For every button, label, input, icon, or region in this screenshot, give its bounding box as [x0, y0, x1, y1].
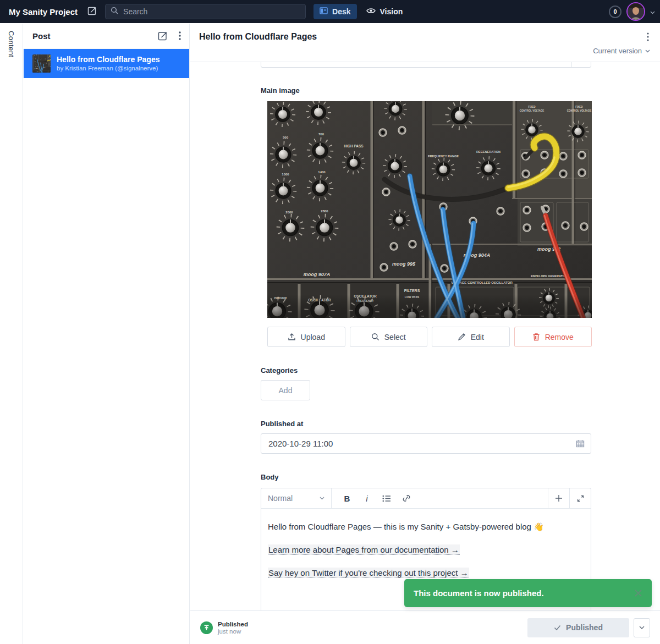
footer-actions: Published: [527, 618, 650, 637]
version-label: Current version: [593, 47, 642, 55]
trash-icon: [532, 333, 540, 341]
sanity-studio-app: My Sanity Project Desk Vision 0: [0, 0, 660, 644]
post-item-text: Hello from Cloudflare Pages by Kristian …: [57, 55, 160, 72]
image-actions: Upload Select Edit Remove: [267, 327, 592, 347]
svg-text:FIXED: FIXED: [575, 106, 583, 108]
style-select[interactable]: Normal: [261, 488, 332, 508]
publish-status-icon: [200, 621, 213, 634]
add-category-button[interactable]: Add: [261, 380, 310, 400]
top-bar: My Sanity Project Desk Vision 0: [0, 0, 660, 23]
remove-button[interactable]: Remove: [514, 327, 592, 347]
format-buttons: B i: [332, 488, 416, 508]
close-icon[interactable]: [634, 589, 642, 597]
new-document-button[interactable]: [87, 6, 97, 18]
bullet-list-button[interactable]: [377, 488, 397, 508]
insert-block-button[interactable]: [548, 488, 569, 508]
svg-text:CONTROL VOLTAGE: CONTROL VOLTAGE: [567, 109, 592, 112]
style-select-value: Normal: [268, 494, 320, 503]
create-post-button[interactable]: [158, 31, 168, 41]
plus-icon: [555, 494, 563, 502]
remove-label: Remove: [545, 333, 574, 342]
post-item-title: Hello from Cloudflare Pages: [57, 55, 160, 64]
svg-text:500: 500: [283, 136, 289, 139]
main-image-label: Main image: [261, 86, 591, 95]
document-menu-button[interactable]: [644, 31, 652, 42]
search-bar[interactable]: [105, 4, 306, 19]
tab-desk[interactable]: Desk: [314, 4, 356, 19]
svg-text:moog 995: moog 995: [392, 261, 416, 267]
pane-header: Post: [24, 24, 189, 48]
document-editor-pane: Hello from Cloudflare Pages Current vers…: [190, 24, 660, 644]
body-label: Body: [261, 473, 591, 481]
svg-text:CONTROL VOLTAGE: CONTROL VOLTAGE: [520, 109, 544, 112]
bold-button[interactable]: B: [337, 488, 357, 508]
svg-text:2000: 2000: [285, 211, 293, 214]
version-selector[interactable]: Current version: [190, 42, 660, 62]
body-link-docs[interactable]: Learn more about Pages from our document…: [268, 544, 460, 555]
post-item-subtitle: by Kristian Freeman (@signalnerve): [57, 64, 160, 72]
svg-text:HIGH PASS: HIGH PASS: [344, 144, 364, 148]
tab-content[interactable]: Content: [7, 31, 15, 644]
published-at-label: Published at: [261, 420, 591, 428]
check-icon: [554, 625, 561, 631]
eye-icon: [366, 7, 376, 16]
edit-button[interactable]: Edit: [432, 327, 510, 347]
upload-icon: [288, 333, 296, 341]
compose-icon: [87, 6, 97, 18]
published-at-input[interactable]: [267, 438, 576, 449]
post-thumbnail: [32, 54, 51, 73]
list-item-post[interactable]: Hello from Cloudflare Pages by Kristian …: [24, 49, 189, 78]
svg-text:2800: 2800: [321, 210, 328, 213]
expand-icon: [577, 495, 584, 502]
document-form: Main image: [190, 62, 660, 610]
add-label: Add: [279, 386, 293, 395]
search-icon: [111, 7, 118, 16]
notification-badge[interactable]: 0: [609, 5, 622, 18]
toolbar-spacer: [416, 488, 548, 508]
tab-vision[interactable]: Vision: [366, 4, 403, 19]
chevron-down-icon: [320, 497, 324, 500]
svg-text:FILTERS: FILTERS: [404, 289, 420, 293]
main-image[interactable]: 500 700 1000 1400 2000 2800 HIGH PASS FR…: [267, 101, 592, 318]
svg-text:ENVELOPE GENERATOR: ENVELOPE GENERATOR: [531, 274, 567, 278]
desk-icon: [320, 7, 328, 16]
pencil-icon: [458, 333, 466, 341]
edit-label: Edit: [471, 333, 484, 342]
svg-text:FIXED: FIXED: [528, 106, 536, 108]
published-at-field: [261, 433, 591, 454]
link-icon: [402, 494, 411, 502]
italic-button[interactable]: i: [357, 488, 377, 508]
content-rail: Content: [0, 24, 23, 644]
search-icon: [371, 333, 380, 341]
document-list-pane: Post Hello from Cloudflare Pages by Kris…: [24, 24, 190, 644]
tab-desk-label: Desk: [332, 7, 350, 16]
upload-button[interactable]: Upload: [267, 327, 345, 347]
publish-status-label: Published: [218, 620, 248, 628]
publish-status: Published just now: [218, 620, 248, 635]
toast-message: This document is now published.: [414, 588, 634, 598]
upload-label: Upload: [301, 333, 325, 342]
search-input[interactable]: [122, 7, 300, 16]
fullscreen-button[interactable]: [569, 488, 591, 508]
svg-text:1000: 1000: [282, 173, 289, 176]
slug-field-cutoff[interactable]: [261, 62, 591, 68]
link-button[interactable]: [397, 488, 416, 508]
body-link-twitter[interactable]: Say hey on Twitter if you're checking ou…: [268, 568, 469, 578]
select-button[interactable]: Select: [350, 327, 428, 347]
publish-button[interactable]: Published: [527, 618, 629, 637]
pane-menu-button[interactable]: [179, 31, 181, 40]
avatar[interactable]: [626, 2, 645, 21]
publish-button-label: Published: [566, 623, 603, 632]
svg-text:FREQUENCY RANGE: FREQUENCY RANGE: [428, 155, 459, 158]
svg-text:REGENERATION: REGENERATION: [476, 150, 501, 153]
publish-menu-button[interactable]: [634, 618, 650, 637]
calendar-icon[interactable]: [576, 439, 585, 448]
editor-content[interactable]: Hello from Cloudflare Pages — this is my…: [261, 509, 591, 590]
pane-title: Post: [32, 31, 147, 41]
svg-text:1400: 1400: [318, 170, 326, 174]
account-chevron-icon[interactable]: [650, 7, 655, 16]
bullet-list-icon: [382, 495, 391, 502]
project-title: My Sanity Project: [9, 7, 78, 16]
document-footer: Published just now Published: [190, 610, 660, 644]
document-header: Hello from Cloudflare Pages Current vers…: [190, 24, 660, 62]
